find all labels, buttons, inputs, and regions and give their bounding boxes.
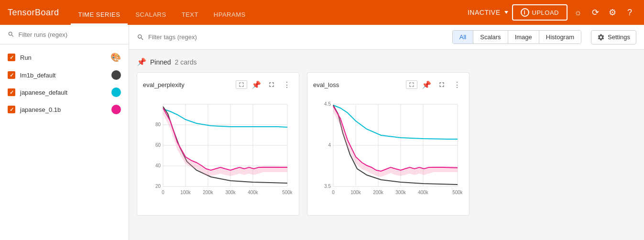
run-header-checkbox[interactable] bbox=[8, 54, 15, 61]
svg-text:100k: 100k bbox=[350, 190, 361, 195]
more-options-perplexity[interactable]: ⋮ bbox=[281, 78, 293, 91]
filter-all-button[interactable]: All bbox=[453, 31, 473, 44]
run-header-row: Run 🎨 bbox=[0, 48, 129, 66]
tag-filter bbox=[137, 33, 447, 41]
card-title-eval-loss: eval_loss bbox=[313, 81, 403, 88]
svg-text:200k: 200k bbox=[203, 190, 214, 195]
pinned-count: 2 cards bbox=[175, 58, 197, 66]
help-icon[interactable]: ? bbox=[623, 6, 636, 19]
cards-area: 📌 Pinned 2 cards eval_perplexity 📌 bbox=[129, 50, 644, 223]
svg-text:200k: 200k bbox=[373, 190, 384, 195]
run-checkbox-lm1b[interactable] bbox=[8, 71, 15, 79]
palette-icon: 🎨 bbox=[110, 52, 121, 63]
svg-text:80: 80 bbox=[155, 122, 161, 127]
main-layout: Run 🎨 lm1b_default japanese_default japa… bbox=[0, 25, 644, 240]
run-filter-input[interactable] bbox=[18, 31, 121, 38]
svg-text:400k: 400k bbox=[418, 190, 429, 195]
card-eval-perplexity: eval_perplexity 📌 ⋮ bbox=[137, 72, 299, 216]
chevron-down-icon bbox=[504, 11, 508, 14]
svg-text:400k: 400k bbox=[248, 190, 259, 195]
gear-icon bbox=[597, 33, 605, 41]
run-list: Run 🎨 lm1b_default japanese_default japa… bbox=[0, 44, 129, 122]
run-color-japanese-01b bbox=[111, 105, 121, 114]
nav-text[interactable]: TEXT bbox=[174, 11, 206, 25]
filter-image-button[interactable]: Image bbox=[508, 31, 539, 44]
pin-button-perplexity[interactable]: 📌 bbox=[250, 78, 262, 91]
svg-text:0: 0 bbox=[332, 190, 335, 195]
card-title-eval-perplexity: eval_perplexity bbox=[143, 81, 233, 88]
header-right: INACTIVE i UPLOAD ☼ ⟳ ⚙ ? bbox=[468, 4, 636, 21]
tag-filter-input[interactable] bbox=[148, 33, 229, 41]
expand-icon[interactable] bbox=[236, 80, 247, 89]
svg-text:300k: 300k bbox=[225, 190, 236, 195]
run-label-japanese-01b: japanese_0.1b bbox=[20, 106, 107, 113]
svg-text:100k: 100k bbox=[180, 190, 191, 195]
svg-text:0: 0 bbox=[162, 190, 164, 195]
inactive-dropdown[interactable]: INACTIVE bbox=[468, 9, 508, 16]
svg-text:40: 40 bbox=[155, 163, 161, 168]
chart-eval-perplexity: 20 40 60 80 0 100k 200k 300k 400k 500k bbox=[143, 95, 293, 209]
settings-label: Settings bbox=[608, 33, 630, 41]
sidebar-search bbox=[0, 25, 129, 44]
sidebar: Run 🎨 lm1b_default japanese_default japa… bbox=[0, 25, 129, 240]
filter-bar: All Scalars Image Histogram Settings bbox=[129, 25, 644, 50]
list-item[interactable]: japanese_0.1b bbox=[0, 101, 129, 118]
pinned-label: Pinned bbox=[150, 58, 171, 66]
search-icon bbox=[137, 33, 144, 41]
nav-scalars[interactable]: SCALARS bbox=[128, 11, 174, 25]
svg-text:3.5: 3.5 bbox=[324, 184, 331, 189]
filter-histogram-button[interactable]: Histogram bbox=[539, 31, 581, 44]
app-logo: TensorBoard bbox=[8, 8, 59, 18]
run-checkbox-japanese-default[interactable] bbox=[8, 88, 15, 96]
settings-icon[interactable]: ⚙ bbox=[606, 6, 619, 19]
run-label-lm1b: lm1b_default bbox=[20, 72, 107, 79]
nav-time-series[interactable]: TIME SERIES bbox=[71, 11, 128, 25]
header: TensorBoard TIME SERIES SCALARS TEXT HPA… bbox=[0, 0, 644, 25]
card-eval-loss: eval_loss 📌 ⋮ bbox=[307, 72, 469, 216]
upload-circle-icon: i bbox=[521, 8, 529, 17]
chart-svg-loss: 3.5 4 4.5 0 100k 200k 300k 400k 500k bbox=[314, 95, 462, 209]
cards-grid: eval_perplexity 📌 ⋮ bbox=[137, 72, 636, 216]
run-checkbox-japanese-01b[interactable] bbox=[8, 106, 15, 113]
card-header: eval_perplexity 📌 ⋮ bbox=[143, 78, 293, 91]
filter-type-buttons: All Scalars Image Histogram bbox=[452, 30, 581, 44]
chart-eval-loss: 3.5 4 4.5 0 100k 200k 300k 400k 500k bbox=[313, 95, 463, 209]
card-header-loss: eval_loss 📌 ⋮ bbox=[313, 78, 463, 91]
more-options-loss[interactable]: ⋮ bbox=[451, 78, 463, 91]
svg-text:60: 60 bbox=[155, 142, 161, 148]
svg-text:500k: 500k bbox=[452, 190, 462, 195]
pin-icon: 📌 bbox=[137, 57, 146, 66]
pinned-header: 📌 Pinned 2 cards bbox=[137, 57, 636, 66]
list-item[interactable]: lm1b_default bbox=[0, 66, 129, 84]
run-color-lm1b bbox=[111, 70, 121, 80]
fullscreen-button-perplexity[interactable] bbox=[265, 78, 278, 91]
pin-button-loss[interactable]: 📌 bbox=[420, 78, 433, 91]
content-area: All Scalars Image Histogram Settings 📌 P… bbox=[129, 25, 644, 240]
svg-text:500k: 500k bbox=[282, 190, 292, 195]
nav-hparams[interactable]: HPARAMS bbox=[206, 11, 253, 25]
run-color-japanese-default bbox=[111, 87, 121, 97]
theme-icon[interactable]: ☼ bbox=[571, 6, 585, 19]
upload-button[interactable]: i UPLOAD bbox=[512, 4, 568, 21]
refresh-icon[interactable]: ⟳ bbox=[589, 6, 602, 19]
run-header-label: Run bbox=[20, 54, 106, 61]
svg-text:4: 4 bbox=[328, 142, 331, 148]
settings-button[interactable]: Settings bbox=[591, 30, 636, 44]
svg-text:300k: 300k bbox=[395, 190, 406, 195]
svg-text:20: 20 bbox=[155, 184, 161, 189]
chart-svg-perplexity: 20 40 60 80 0 100k 200k 300k 400k 500k bbox=[144, 95, 292, 209]
list-item[interactable]: japanese_default bbox=[0, 84, 129, 101]
run-label-japanese-default: japanese_default bbox=[20, 89, 107, 96]
search-icon bbox=[8, 31, 14, 38]
main-nav: TIME SERIES SCALARS TEXT HPARAMS bbox=[71, 0, 253, 25]
filter-scalars-button[interactable]: Scalars bbox=[473, 31, 508, 44]
expand-icon-loss[interactable] bbox=[406, 80, 417, 89]
fullscreen-button-loss[interactable] bbox=[436, 78, 448, 91]
svg-text:4.5: 4.5 bbox=[324, 101, 331, 107]
